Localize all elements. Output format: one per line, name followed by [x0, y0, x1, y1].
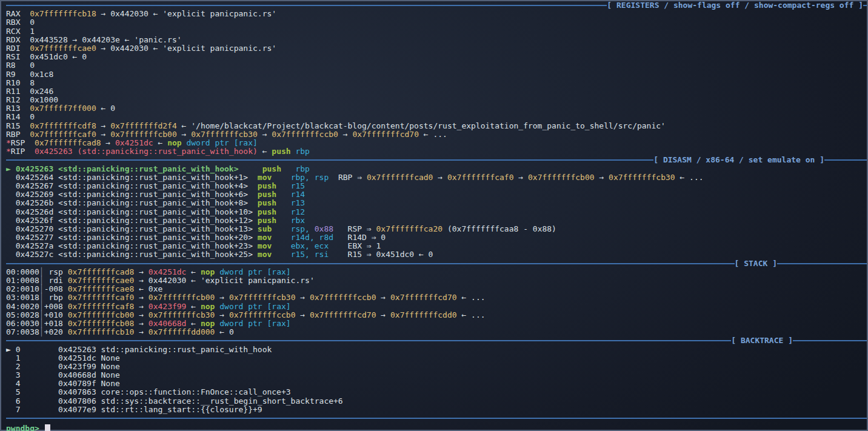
text-segment: nop — [201, 319, 215, 328]
text-segment: RBP — [6, 130, 30, 139]
terminal-line: 0x425277 <std::panicking::rust_panic_wit… — [6, 233, 867, 242]
text-segment: ← '/home/blackcat/Project/blackcat-blog/… — [177, 121, 666, 130]
text-segment: ← 0 — [215, 327, 233, 336]
text-segment: 0x4251dc — [115, 138, 153, 147]
command-prompt[interactable]: pwndbg> — [6, 424, 867, 431]
text-segment: rbx — [291, 216, 305, 225]
text-segment: push — [262, 164, 296, 173]
text-segment: RBX 0 — [6, 18, 35, 27]
text-segment: ← — [258, 147, 272, 156]
text-segment: ebx, ecx — [291, 241, 329, 250]
text-segment: 0x7fffffffd2f4 — [110, 121, 177, 130]
text-segment: sub — [258, 224, 291, 233]
text-segment: +020 — [44, 327, 68, 336]
registers-section-title: [ REGISTERS / show-flags off / show-comp… — [607, 1, 863, 10]
text-segment: r12 — [291, 207, 305, 216]
terminal-line: 4 0x40789f None — [6, 379, 867, 388]
text-segment: r13 — [291, 198, 305, 207]
text-segment: ← — [153, 138, 167, 147]
text-segment: RSP ⇒ — [338, 224, 376, 233]
text-segment: dword ptr [rax] — [215, 267, 290, 276]
registers-section-header: [ REGISTERS / show-flags off / show-comp… — [6, 1, 867, 10]
text-segment: 0x40668d — [149, 319, 187, 328]
text-segment: -008 — [44, 284, 68, 293]
text-segment: 0x425264 <std::panicking::rust_panic_wit… — [6, 173, 258, 182]
text-cursor — [45, 424, 50, 431]
text-segment: 7 0x4077e9 std::rt::lang_start::{{closur… — [6, 405, 262, 414]
text-segment: 6 0x407806 std::sys::backtrace::__rust_b… — [6, 396, 343, 406]
header-rule-left — [6, 340, 731, 341]
divider-rule — [6, 418, 867, 419]
text-segment: 0x7fffffffcb00 — [149, 293, 215, 302]
text-segment — [333, 233, 338, 242]
text-segment: 0x7fffffffcd70 — [390, 293, 457, 302]
text-segment: → — [295, 293, 309, 302]
terminal-line: 04:0020│+008 0x7fffffffcaf8 → 0x423f99 ←… — [6, 302, 867, 311]
prompt-label: pwndbg> — [6, 424, 44, 431]
text-segment: → — [258, 130, 272, 139]
text-segment: → 0x442030 ← 'explicit panicpanic.rs' — [96, 44, 276, 53]
text-segment: │ — [39, 302, 44, 311]
text-segment: 0x4251dc — [149, 267, 187, 276]
terminal-line: 2 0x423f99 None — [6, 363, 867, 371]
terminal-line: 05:0028│+010 0x7fffffffcb00 → 0x7fffffff… — [6, 311, 867, 319]
text-segment: R14D ⇒ 0 — [338, 233, 386, 242]
header-rule-left — [6, 159, 653, 161]
text-segment: 0x7fffffffccb0 — [229, 310, 296, 319]
text-segment: → — [514, 173, 528, 182]
terminal-line: RSI 0x451dc0 ← 0 — [6, 53, 867, 61]
text-segment: │ — [39, 267, 44, 276]
text-segment: RSP — [11, 138, 35, 147]
text-segment: 0x7fffffffcae8 — [68, 284, 135, 293]
text-segment: 0x7fffffffcb00 — [68, 310, 135, 319]
text-segment: → — [134, 302, 148, 311]
terminal-line: 0x42527c <std::panicking::rust_panic_wit… — [6, 250, 867, 259]
text-segment: RBP ⇒ — [338, 173, 367, 182]
terminal-line: R12 0x1000 — [6, 96, 867, 104]
text-segment: 07:0038 — [6, 327, 39, 336]
text-segment: ← 0 — [96, 104, 115, 113]
stack-section-header: [ STACK ] — [6, 259, 867, 268]
terminal-line: 7 0x4077e9 std::rt::lang_start::{{closur… — [6, 406, 867, 414]
text-segment: 0x7fffffffccb0 — [310, 293, 376, 302]
text-segment: 0x425277 <std::panicking::rust_panic_wit… — [6, 233, 258, 242]
text-segment: 0x7fffffffcb18 — [30, 9, 96, 18]
header-rule-right — [793, 340, 867, 341]
text-segment: ← ... — [675, 173, 704, 182]
text-segment: +010 — [44, 310, 68, 319]
text-segment: 4 0x40789f None — [6, 379, 120, 388]
pwndbg-terminal: [ REGISTERS / show-flags off / show-comp… — [0, 0, 868, 431]
text-segment: → 0x442030 ← 'explicit panicpanic.rs' — [96, 9, 276, 18]
text-segment: → — [101, 138, 115, 147]
text-segment: ← ... — [457, 293, 486, 302]
backtrace-panel: ► 0 0x425263 std::panicking::rust_panic_… — [6, 346, 867, 415]
terminal-line: 0x42526b <std::panicking::rust_panic_wit… — [6, 199, 867, 207]
text-segment: 00:0000 — [6, 267, 39, 276]
text-segment: 0x7ffffffdd000 — [149, 327, 215, 336]
text-segment: mov — [258, 233, 291, 242]
text-segment: rbp — [295, 164, 309, 173]
text-segment: → — [376, 293, 390, 302]
text-segment: 0x42526b <std::panicking::rust_panic_wit… — [6, 198, 258, 207]
text-segment — [333, 224, 338, 233]
header-rule-right — [777, 263, 867, 264]
text-segment: R15 ⇒ 0x451dc0 ← 0 — [338, 250, 433, 259]
text-segment: 0x7fffffffcaf0 — [447, 173, 514, 182]
text-segment: r14 — [291, 190, 305, 199]
text-segment: R14 0 — [6, 112, 35, 121]
text-segment: → — [433, 173, 447, 182]
text-segment: push — [258, 198, 291, 207]
text-segment: 0x7fffffffcaf8 — [68, 302, 135, 311]
terminal-line: *RIP 0x425263 (std::panicking::rust_pani… — [6, 147, 867, 156]
text-segment: → — [376, 310, 390, 319]
terminal-line: R14 0 — [6, 113, 867, 121]
text-segment: 0x7fffffffcad0 — [367, 173, 433, 182]
text-segment: push — [258, 181, 291, 190]
text-segment: +018 — [44, 319, 68, 328]
terminal-line: R15 0x7fffffffcdf8 → 0x7fffffffd2f4 ← '/… — [6, 122, 867, 130]
disasm-panel: ► 0x425263 <std::panicking::rust_panic_w… — [6, 165, 867, 259]
text-segment: 0x7fffffffcad8 — [35, 138, 101, 147]
text-segment: 2 0x423f99 None — [6, 362, 120, 371]
text-segment: 0x7fffffffccb0 — [272, 130, 338, 139]
terminal-line: RBP 0x7fffffffcaf0 → 0x7fffffffcb00 → 0x… — [6, 130, 867, 139]
